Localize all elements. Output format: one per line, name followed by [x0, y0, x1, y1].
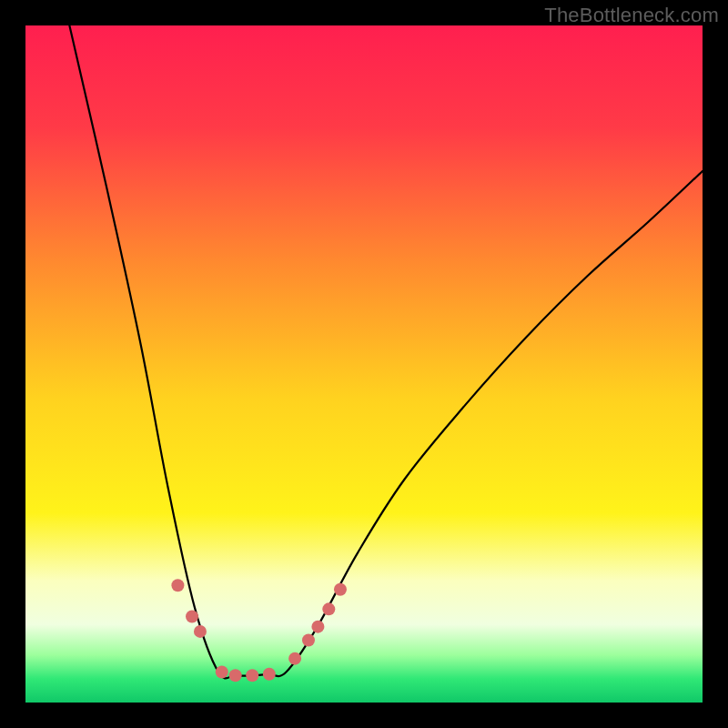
curve-marker: [216, 666, 228, 679]
watermark-text: TheBottleneck.com: [544, 4, 719, 27]
curve-marker: [171, 579, 184, 592]
curve-marker: [322, 602, 335, 615]
curve-marker: [302, 634, 315, 647]
plot-svg: [25, 25, 703, 703]
curve-marker: [334, 583, 347, 596]
curve-marker: [311, 621, 324, 633]
outer-frame: TheBottleneck.com: [0, 0, 728, 728]
curve-marker: [246, 669, 258, 682]
curve-marker: [194, 625, 207, 638]
plot-area: [25, 25, 703, 703]
curve-marker: [288, 652, 301, 665]
curve-marker: [186, 611, 198, 623]
curve-marker: [229, 669, 242, 682]
gradient-background: [25, 25, 703, 703]
curve-marker: [263, 668, 276, 681]
